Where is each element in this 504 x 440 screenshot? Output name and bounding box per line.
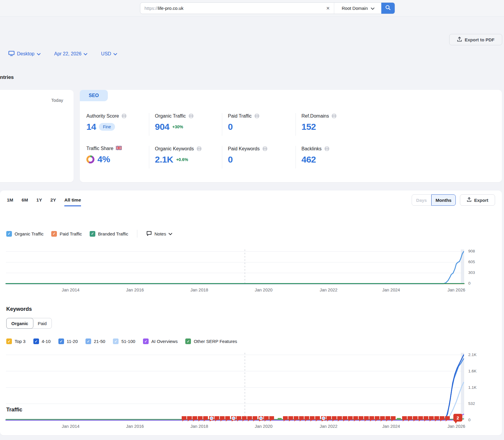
serp-note-flag-icon[interactable] [364,416,369,422]
serp-note-flag-icon[interactable] [353,416,358,422]
scope-dropdown[interactable]: Root Domain [334,3,381,14]
tab-1m[interactable]: 1M [7,197,13,206]
notes-count-badge[interactable]: 2 [453,414,462,422]
info-icon[interactable] [254,113,260,119]
clear-search-icon[interactable] [322,3,334,14]
serp-note-flag-icon[interactable] [326,416,331,422]
serp-note-flag-icon[interactable] [198,416,203,422]
tab-6m[interactable]: 6M [22,197,28,206]
serp-note-flag-icon[interactable] [304,416,309,422]
serp-note-flag-icon[interactable] [385,416,390,422]
info-icon[interactable] [262,146,268,152]
checkbox-checked-icon[interactable] [51,231,57,237]
export-chart-button[interactable]: Export [460,194,495,206]
serp-note-flag-icon[interactable] [369,416,374,422]
serp-note-flag-icon[interactable] [337,416,342,422]
serp-note-flag-icon[interactable] [343,416,347,422]
serp-note-flag-icon[interactable] [402,416,407,422]
tab-all-time[interactable]: All time [64,197,81,206]
serp-note-flag-icon[interactable] [264,416,269,422]
google-update-note-icon[interactable]: G [209,416,214,422]
serp-note-flag-icon[interactable] [288,416,293,422]
google-update-note-icon[interactable]: G [231,416,236,422]
info-icon[interactable] [324,146,330,152]
search-input[interactable]: https://life-pro.co.uk [140,3,322,14]
currency-filter[interactable]: USD [101,51,116,57]
device-filter[interactable]: Desktop [8,51,40,57]
serp-note-flag-icon[interactable] [348,416,353,422]
serp-note-flag-icon[interactable] [203,416,208,422]
checkbox-checked-icon[interactable] [33,338,39,344]
google-update-note-icon[interactable]: G [321,416,326,422]
legend-21-50[interactable]: 21-50 [85,338,105,344]
notes-dropdown[interactable]: Notes [146,231,171,237]
serp-note-flag-icon[interactable] [413,416,418,422]
legend-top-3[interactable]: Top 3 [6,338,26,344]
serp-note-flag-icon[interactable] [332,416,337,422]
checkbox-checked-icon[interactable] [6,338,12,344]
serp-note-flag-icon[interactable] [380,416,385,422]
info-icon[interactable] [196,146,202,152]
legend-ai-overviews[interactable]: AI Overviews [143,338,178,344]
serp-note-flag-icon[interactable] [237,416,241,422]
serp-note-flag-icon[interactable] [445,416,450,422]
info-icon[interactable] [331,113,337,119]
serp-note-flag-icon[interactable] [253,416,257,422]
serp-note-flag-icon[interactable] [294,416,298,422]
info-icon[interactable] [121,113,127,119]
legend-11-20[interactable]: 11-20 [58,338,78,344]
granularity-months-button[interactable]: Months [431,194,456,206]
serp-note-flag-icon[interactable] [375,416,379,422]
serp-note-flag-icon[interactable] [424,416,428,422]
serp-note-flag-icon[interactable] [242,416,247,422]
serp-note-flag-icon[interactable] [247,416,252,422]
export-to-pdf-button[interactable]: Export to PDF [449,34,502,45]
search-button[interactable] [381,3,395,14]
toggle-organic-button[interactable]: Organic [6,318,33,329]
serp-note-flag-icon[interactable] [182,416,186,422]
traffic-chart[interactable] [6,249,464,285]
serp-note-flag-icon[interactable] [440,416,444,422]
tab-seo[interactable]: SEO [80,90,108,101]
checkbox-checked-icon[interactable] [90,231,95,237]
serp-note-flag-icon[interactable] [418,416,423,422]
info-icon[interactable] [188,113,194,119]
serp-note-flag-icon[interactable] [434,416,439,422]
keywords-annotations-strip[interactable]: GGGG2 [0,416,502,423]
legend-organic-traffic[interactable]: Organic Traffic [6,231,43,237]
serp-note-flag-icon[interactable] [269,416,274,422]
legend-4-10[interactable]: 4-10 [33,338,51,344]
serp-note-flag-icon[interactable] [429,416,434,422]
legend-51-100[interactable]: 51-100 [113,338,135,344]
legend-other-serp-features[interactable]: Other SERP Features [185,338,237,344]
tab-2y[interactable]: 2Y [50,197,56,206]
date-filter[interactable]: Apr 22, 2026 [54,51,87,57]
serp-note-flag-icon[interactable] [359,416,363,422]
serp-note-flag-icon[interactable] [283,416,288,422]
serp-note-flag-icon[interactable] [310,416,315,422]
checkbox-checked-icon[interactable] [143,338,149,344]
legend-paid-traffic[interactable]: Paid Traffic [51,231,82,237]
note-dash-icon[interactable] [397,418,401,419]
serp-note-flag-icon[interactable] [220,416,225,422]
serp-note-flag-icon[interactable] [187,416,192,422]
google-update-note-icon[interactable]: G [259,416,263,422]
checkbox-checked-icon[interactable] [58,338,64,344]
serp-note-flag-icon[interactable] [407,416,412,422]
note-dash-icon[interactable] [278,418,282,419]
legend-branded-traffic[interactable]: Branded Traffic [90,231,128,237]
serp-note-flag-icon[interactable] [192,416,197,422]
serp-note-flag-icon[interactable] [315,416,320,422]
checkbox-checked-icon[interactable] [113,338,119,344]
keywords-chart[interactable] [6,353,464,421]
tab-1y[interactable]: 1Y [36,197,42,206]
checkbox-checked-icon[interactable] [185,338,191,344]
serp-note-flag-icon[interactable] [299,416,304,422]
serp-note-flag-icon[interactable] [391,416,396,422]
granularity-days-button[interactable]: Days [412,194,431,206]
toggle-paid-button[interactable]: Paid [33,318,52,328]
serp-note-flag-icon[interactable] [214,416,219,422]
serp-note-flag-icon[interactable] [225,416,230,422]
checkbox-checked-icon[interactable] [85,338,91,344]
checkbox-checked-icon[interactable] [6,231,12,237]
